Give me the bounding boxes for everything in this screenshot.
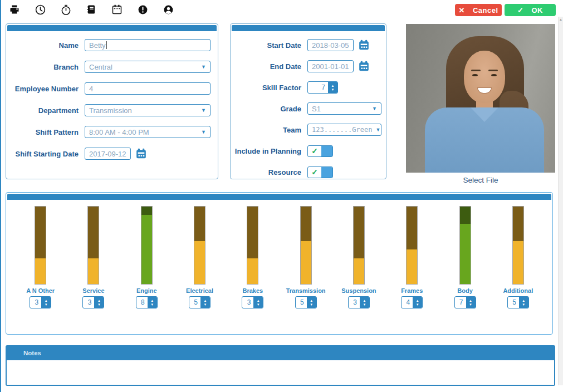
- include-in-planning-toggle[interactable]: ✓: [307, 145, 333, 157]
- history-button[interactable]: [35, 4, 46, 15]
- skill-column: Service3▲▼: [70, 206, 118, 308]
- skill-bar-fill: [88, 258, 99, 284]
- team-label: Team: [231, 126, 301, 134]
- stepper-arrows-icon[interactable]: ▲▼: [413, 297, 422, 308]
- employee-number-row: Employee Number 4: [6, 81, 218, 96]
- skill-value-stepper[interactable]: 3▲▼: [30, 296, 51, 308]
- stepper-arrows-icon[interactable]: ▲▼: [360, 297, 369, 308]
- skill-value-stepper[interactable]: 5▲▼: [507, 296, 529, 308]
- name-input[interactable]: Betty: [85, 39, 210, 51]
- stepper-arrows-icon[interactable]: ▲▼: [519, 297, 528, 308]
- alerts-button[interactable]: [137, 4, 148, 15]
- skill-value: 7: [455, 297, 466, 308]
- skill-bar-fill: [35, 258, 46, 284]
- skill-value-stepper[interactable]: 3▲▼: [82, 296, 104, 308]
- photo-face: [464, 51, 505, 103]
- stepper-arrows-icon[interactable]: ▲▼: [307, 297, 316, 308]
- stepper-arrows-icon[interactable]: ▲▼: [41, 297, 51, 308]
- skill-column: Transmission5▲▼: [282, 206, 330, 308]
- start-date-input[interactable]: 2018-03-05: [307, 39, 354, 51]
- skill-value-stepper[interactable]: 3▲▼: [242, 296, 263, 308]
- stepper-arrows-icon[interactable]: ▲▼: [466, 297, 476, 308]
- alert-icon: [138, 4, 148, 15]
- shift-starting-date-input[interactable]: 2017-09-12: [85, 148, 131, 160]
- panel-header-bar: [7, 194, 551, 200]
- shift-starting-date-picker-button[interactable]: [135, 148, 147, 160]
- employee-photo[interactable]: [406, 24, 555, 173]
- end-date-input[interactable]: 2001-01-01: [307, 60, 354, 72]
- panel-header-bar: [232, 25, 385, 31]
- profile-button[interactable]: [163, 4, 174, 15]
- skill-bar-fill: [460, 224, 471, 284]
- skill-value-stepper[interactable]: 8▲▼: [136, 296, 158, 308]
- skill-bar: [35, 206, 46, 285]
- vertical-scrollbar[interactable]: ▲: [558, 17, 563, 385]
- skill-column: Engine8▲▼: [123, 206, 170, 308]
- skill-value-stepper[interactable]: 5▲▼: [295, 296, 317, 308]
- skill-bar-fill: [513, 241, 523, 284]
- department-select[interactable]: Transmission▼: [85, 104, 210, 116]
- ok-check-icon: ✓: [517, 6, 523, 14]
- ok-button[interactable]: ✓ OK: [505, 4, 556, 16]
- notes-header: Notes: [6, 345, 555, 360]
- team-select[interactable]: 123.......Green▼: [307, 124, 381, 136]
- skill-value: 5: [508, 297, 519, 308]
- skill-value-stepper[interactable]: 5▲▼: [189, 296, 210, 308]
- panel-header-bar: [7, 25, 217, 31]
- end-date-row: End Date 2001-01-01: [231, 59, 386, 74]
- skills-chart: A N Other3▲▼Service3▲▼Engine8▲▼Electrica…: [6, 201, 552, 308]
- stepper-arrows-icon[interactable]: ▲▼: [253, 297, 263, 308]
- select-file-link[interactable]: Select File: [406, 176, 555, 184]
- branch-select[interactable]: Central▼: [85, 61, 210, 73]
- end-date-picker-button[interactable]: [358, 61, 370, 72]
- cancel-button[interactable]: ✕ Cancel: [455, 4, 502, 16]
- end-date-label: End Date: [231, 62, 301, 71]
- timer-button[interactable]: [60, 4, 71, 15]
- skill-column: Suspension3▲▼: [335, 206, 383, 308]
- stepper-arrows-icon[interactable]: ▲▼: [328, 82, 337, 93]
- skill-value-stepper[interactable]: 4▲▼: [401, 296, 423, 308]
- shift-pattern-label: Shift Pattern: [6, 128, 79, 136]
- team-row: Team 123.......Green▼: [231, 122, 386, 137]
- skill-bar: [247, 206, 258, 285]
- skill-value-stepper[interactable]: 7▲▼: [454, 296, 476, 308]
- notes-textarea[interactable]: [6, 360, 555, 386]
- ok-label: OK: [531, 6, 543, 14]
- toggle-knob: [321, 146, 332, 156]
- resource-toggle[interactable]: ✓: [307, 166, 333, 178]
- skill-label: Brakes: [242, 287, 263, 294]
- calendar-icon: [358, 61, 370, 72]
- chevron-down-icon: ▼: [201, 64, 206, 70]
- skill-bar: [141, 206, 153, 285]
- grade-row: Grade S1▼: [231, 101, 386, 116]
- calendar-icon: [135, 148, 147, 159]
- skill-label: Electrical: [186, 287, 213, 294]
- employee-number-input[interactable]: 4: [85, 82, 210, 95]
- skill-column: Electrical5▲▼: [176, 206, 224, 308]
- journal-icon: [86, 4, 96, 14]
- chevron-down-icon: ▼: [201, 129, 206, 135]
- personal-details-panel: Name Betty Branch Central▼ Employee Numb…: [6, 23, 218, 179]
- grade-select[interactable]: S1▼: [307, 102, 381, 115]
- skill-factor-stepper[interactable]: 7 ▲▼: [307, 81, 338, 94]
- skill-label: Service: [82, 287, 104, 294]
- skill-label: Body: [457, 287, 473, 294]
- stepper-arrows-icon[interactable]: ▲▼: [200, 297, 210, 308]
- name-row: Name Betty: [6, 38, 218, 52]
- start-date-picker-button[interactable]: [358, 40, 370, 51]
- stepper-arrows-icon[interactable]: ▲▼: [94, 297, 104, 308]
- skill-value: 8: [136, 297, 148, 308]
- notes-button[interactable]: [86, 4, 97, 15]
- skill-factor-row: Skill Factor 7 ▲▼: [231, 80, 386, 95]
- skill-bar-fill: [247, 258, 258, 284]
- print-button[interactable]: [9, 4, 20, 15]
- notes-title: Notes: [23, 350, 41, 356]
- calendar-button[interactable]: [111, 4, 123, 15]
- shift-pattern-select[interactable]: 8:00 AM - 4:00 PM▼: [85, 126, 210, 138]
- stepper-arrows-icon[interactable]: ▲▼: [148, 297, 157, 308]
- window-left-accent: [0, 0, 1, 392]
- skill-value-stepper[interactable]: 3▲▼: [348, 296, 370, 308]
- employment-details-panel: Start Date 2018-03-05 End Date 2001-01-0…: [230, 23, 386, 179]
- department-label: Department: [6, 106, 79, 115]
- skill-bar: [512, 206, 524, 285]
